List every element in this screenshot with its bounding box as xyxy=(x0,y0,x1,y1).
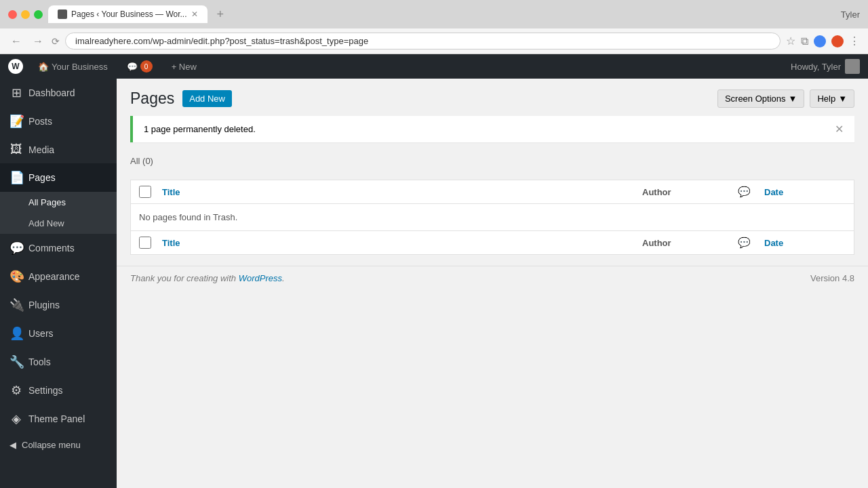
select-all-checkbox-bottom[interactable] xyxy=(139,237,151,249)
sidebar-item-label-tools: Tools xyxy=(28,357,51,367)
col-comments-header: 💬 xyxy=(724,186,764,198)
footer-wp-link[interactable]: WordPress xyxy=(239,273,282,283)
tools-icon: 🔧 xyxy=(9,354,23,369)
help-button[interactable]: Help ▼ xyxy=(810,89,854,108)
sidebar-item-comments[interactable]: 💬 Comments xyxy=(0,234,117,262)
refresh-button[interactable]: ⟳ xyxy=(52,36,60,47)
sidebar-item-label-settings: Settings xyxy=(28,385,63,396)
sidebar-item-theme-panel[interactable]: ◈ Theme Panel xyxy=(0,405,117,433)
table-header-bottom: Title Author 💬 Date xyxy=(131,230,854,254)
sidebar-item-tools[interactable]: 🔧 Tools xyxy=(0,348,117,376)
sidebar-item-posts[interactable]: 📝 Posts xyxy=(0,107,117,136)
posts-icon: 📝 xyxy=(9,114,23,129)
tab-all[interactable]: All (0) xyxy=(130,153,164,169)
sidebar-item-plugins[interactable]: 🔌 Plugins xyxy=(0,291,117,319)
maximize-dot[interactable] xyxy=(34,10,43,19)
collapse-label: Collapse menu xyxy=(22,440,81,450)
user-avatar[interactable] xyxy=(845,59,860,74)
sidebar-item-label-plugins: Plugins xyxy=(28,300,60,310)
sidebar-sub-pages: All Pages Add New xyxy=(0,192,117,234)
footer-thank-you: Thank you for creating with xyxy=(130,273,236,283)
media-icon: 🖼 xyxy=(9,142,23,157)
table-header-top: Title Author 💬 Date xyxy=(131,180,854,204)
help-chevron: ▼ xyxy=(838,94,847,104)
pages-icon: 📄 xyxy=(9,170,23,185)
close-dot[interactable] xyxy=(8,10,17,19)
browser-traffic-lights xyxy=(8,10,43,19)
col-title-header[interactable]: Title xyxy=(162,187,642,197)
header-actions: Screen Options ▼ Help ▼ xyxy=(717,89,854,108)
tab-favicon xyxy=(58,9,67,19)
browser-icon-1[interactable] xyxy=(831,35,844,47)
help-label: Help xyxy=(817,94,835,104)
appearance-icon: 🎨 xyxy=(9,269,23,284)
tab-all-link[interactable]: All (0) xyxy=(130,153,153,169)
new-tab-button[interactable]: + xyxy=(213,6,229,23)
sidebar: ⊞ Dashboard 📝 Posts 🖼 Media 📄 Pages All … xyxy=(0,79,117,488)
users-icon: 👤 xyxy=(9,326,23,341)
sidebar-item-appearance[interactable]: 🎨 Appearance xyxy=(0,262,117,291)
comment-count-badge: 0 xyxy=(140,60,153,73)
tab-close-button[interactable]: ✕ xyxy=(191,9,198,19)
comment-icon-bar: 💬 xyxy=(127,62,138,72)
profile-icon[interactable] xyxy=(814,35,826,47)
comments-icon-footer: 💬 xyxy=(738,237,751,248)
sidebar-sub-item-all-pages[interactable]: All Pages xyxy=(0,192,117,213)
howdy-label: Howdy, Tyler xyxy=(791,62,841,72)
add-new-button[interactable]: Add New xyxy=(182,90,232,107)
notice-close-button[interactable]: ✕ xyxy=(835,123,844,136)
howdy-text: Howdy, Tyler xyxy=(791,59,860,74)
sidebar-item-label-users: Users xyxy=(28,328,54,339)
sidebar-item-dashboard[interactable]: ⊞ Dashboard xyxy=(0,79,117,107)
screen-options-chevron: ▼ xyxy=(789,94,797,104)
col-author-header: Author xyxy=(642,187,724,197)
address-bar[interactable]: imalreadyhere.com/wp-admin/edit.php?post… xyxy=(65,33,781,49)
collapse-icon: ◀ xyxy=(9,440,16,450)
tab-all-label: All (0) xyxy=(130,156,153,166)
tab-title: Pages ‹ Your Business — Wor... xyxy=(71,9,187,19)
sidebar-item-label-pages: Pages xyxy=(28,172,56,183)
more-options-icon[interactable]: ⋮ xyxy=(849,35,860,47)
version-text: Version 4.8 xyxy=(810,273,854,283)
content-header: Pages Add New Screen Options ▼ Help ▼ xyxy=(117,79,868,116)
sidebar-item-users[interactable]: 👤 Users xyxy=(0,319,117,348)
forward-button[interactable]: → xyxy=(30,34,46,49)
sidebar-sub-label-all-pages: All Pages xyxy=(28,197,66,207)
dashboard-icon: ⊞ xyxy=(9,85,23,100)
success-notice: 1 page permanently deleted. ✕ xyxy=(130,116,854,142)
notice-message: 1 page permanently deleted. xyxy=(144,124,256,134)
col-date-footer[interactable]: Date xyxy=(764,238,846,248)
col-date-header[interactable]: Date xyxy=(764,187,846,197)
theme-panel-icon: ◈ xyxy=(9,411,23,426)
sidebar-item-pages[interactable]: 📄 Pages xyxy=(0,163,117,192)
comments-icon: 💬 xyxy=(9,241,23,256)
bookmark-icon[interactable]: ☆ xyxy=(786,35,795,47)
empty-text: No pages found in Trash. xyxy=(139,212,237,222)
browser-chrome: Pages ‹ Your Business — Wor... ✕ + Tyler… xyxy=(0,0,868,54)
sidebar-item-settings[interactable]: ⚙ Settings xyxy=(0,376,117,405)
admin-bar-site[interactable]: 🏠 Your Business xyxy=(34,62,112,72)
admin-bar-new[interactable]: + New xyxy=(167,62,201,72)
page-title: Pages xyxy=(130,89,174,108)
browser-tab[interactable]: Pages ‹ Your Business — Wor... ✕ xyxy=(48,5,208,23)
tab-nav: All (0) xyxy=(117,153,868,169)
screen-options-label: Screen Options xyxy=(725,94,786,104)
admin-bar-site-icon: 🏠 xyxy=(38,62,49,72)
wp-logo[interactable]: W xyxy=(8,59,23,74)
sidebar-item-label-media: Media xyxy=(28,144,54,155)
table-empty-message: No pages found in Trash. xyxy=(131,204,854,230)
extensions-icon[interactable]: ⧉ xyxy=(801,35,808,47)
sidebar-sub-item-add-new[interactable]: Add New xyxy=(0,213,117,234)
browser-toolbar: ← → ⟳ imalreadyhere.com/wp-admin/edit.ph… xyxy=(0,28,868,54)
admin-bar-comments[interactable]: 💬 0 xyxy=(123,60,157,73)
sidebar-item-media[interactable]: 🖼 Media xyxy=(0,136,117,163)
screen-options-button[interactable]: Screen Options ▼ xyxy=(717,89,804,108)
admin-bar-right: Howdy, Tyler xyxy=(791,59,860,74)
collapse-menu-button[interactable]: ◀ Collapse menu xyxy=(0,433,117,457)
minimize-dot[interactable] xyxy=(21,10,30,19)
select-all-checkbox[interactable] xyxy=(139,186,151,198)
browser-titlebar: Pages ‹ Your Business — Wor... ✕ + Tyler xyxy=(0,0,868,28)
back-button[interactable]: ← xyxy=(8,34,24,49)
col-title-footer[interactable]: Title xyxy=(162,238,642,248)
wp-layout: ⊞ Dashboard 📝 Posts 🖼 Media 📄 Pages All … xyxy=(0,79,868,488)
